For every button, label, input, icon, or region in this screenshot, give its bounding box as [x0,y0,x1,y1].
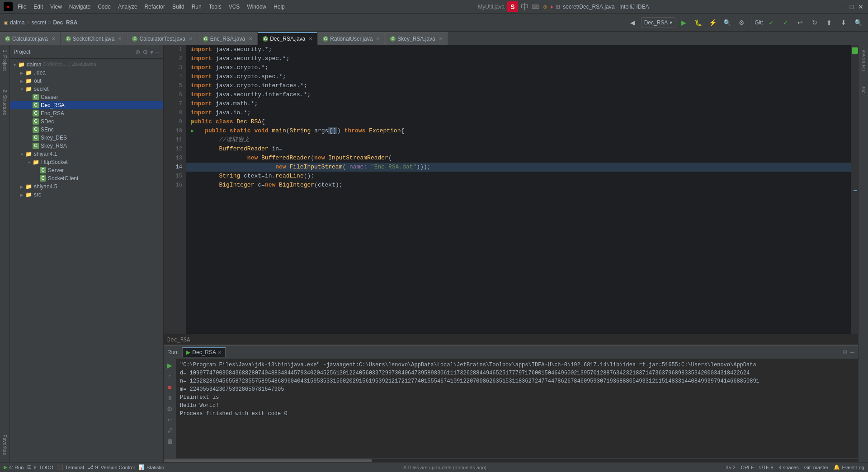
scroll-to-end-button[interactable]: ⚙ [166,404,174,413]
run-with-coverage-button[interactable]: ⚡ [706,16,719,29]
clear-output-button[interactable]: 🗑 [166,437,174,446]
menu-file[interactable]: File [14,2,29,11]
git-checkmark2[interactable]: ✓ [779,16,792,29]
status-todo-section[interactable]: ☑ 6: TODO [27,464,53,470]
tab-close-socketclient[interactable]: ✕ [118,36,122,41]
status-vc-section[interactable]: ⎇ 9: Version Control [88,464,135,470]
tree-caeser[interactable]: C Caeser [10,93,163,101]
tree-dec-rsa[interactable]: C Dec_RSA [10,101,163,109]
tree-idea[interactable]: ▶ 📁 .idea [10,69,163,77]
run-tab-close[interactable]: ✕ [218,350,222,355]
run-config-dropdown[interactable]: Dec_RSA ▾ [641,17,676,28]
tree-httpsocket[interactable]: ▾ 📁 HttpSocket [10,158,163,166]
project-panel-sync[interactable]: ⊕ [135,48,141,56]
keyboard-icon: ⊞ [556,4,560,10]
status-terminal-section[interactable]: ⬛ Terminal [57,464,84,470]
menu-build[interactable]: Build [169,2,188,11]
tree-skey-rsa[interactable]: C Skey_RSA [10,142,163,150]
tree-senc[interactable]: C SEnc [10,126,163,134]
menu-run[interactable]: Run [189,2,205,11]
sidebar-item-ant[interactable]: Ant [860,83,867,96]
project-panel-close[interactable]: ─ [155,48,160,56]
sidebar-item-project[interactable]: 1: Project [1,47,9,73]
tree-out[interactable]: ▶ 📁 out [10,77,163,85]
status-statistic-section[interactable]: 📊 Statistic [138,464,164,470]
tab-dec-rsa[interactable]: C Dec_RSA.java ✕ [258,32,317,45]
tree-shiyan45[interactable]: ▶ 📁 shiyan4.5 [10,182,163,191]
tab-close-dec-rsa[interactable]: ✕ [309,36,312,41]
menu-help[interactable]: Help [270,2,288,11]
status-spaces[interactable]: 4 spaces [779,465,799,470]
print-button[interactable]: 🖨 [166,426,174,435]
tab-calculator[interactable]: C Calculator.java ✕ [0,32,60,45]
status-event-log[interactable]: 🔔 Event Log [834,464,864,470]
tree-secret[interactable]: ▾ 📁 secret [10,85,163,93]
breadcrumb-secret[interactable]: secret [32,19,47,26]
tab-socketclient[interactable]: C SocketClient.java ✕ [61,32,127,45]
find-button[interactable]: 🔍 [721,16,733,29]
menu-navigate[interactable]: Navigate [66,2,94,11]
run-gutter-icon-9[interactable]: ▶ [191,117,194,126]
tab-skey-rsa[interactable]: C Skey_RSA.java ✕ [385,32,447,45]
close-button[interactable]: ✕ [857,3,864,10]
breadcrumb-daima[interactable]: daima [10,19,25,26]
maximize-button[interactable]: □ [848,3,855,10]
sidebar-item-database[interactable]: Database [860,47,867,74]
tree-src[interactable]: ▶ 📁 src [10,191,163,199]
tree-shiyan41[interactable]: ▾ 📁 shiyan4.1 [10,150,163,158]
tab-enc-rsa[interactable]: C Enc_RSA.java ✕ [198,32,257,45]
status-run-section[interactable]: ▶ 4: Run [4,464,24,470]
pause-button[interactable]: ⏸ [166,393,174,402]
debug-button[interactable]: 🐛 [692,16,704,29]
git-rollback[interactable]: ↩ [794,16,807,29]
tree-sdec[interactable]: C SDec [10,117,163,126]
menu-window[interactable]: Window [244,2,269,11]
status-encoding[interactable]: UTF-8 [759,465,773,470]
git-checkmark1[interactable]: ✓ [765,16,778,29]
stop-button[interactable]: ■ [167,383,172,392]
tree-server[interactable]: C Server [10,166,163,174]
menu-code[interactable]: Code [94,2,114,11]
minimize-button[interactable]: ─ [839,3,846,10]
soft-wrap-button[interactable]: ↵ [166,415,174,424]
menu-vcs[interactable]: VCS [226,2,243,11]
menu-refactor[interactable]: Refactor [142,2,168,11]
menu-edit[interactable]: Edit [30,2,46,11]
tab-rationaluser[interactable]: C RationalUser.java ✕ [318,32,385,45]
tree-skey-des[interactable]: C Skey_DES [10,134,163,142]
back-button[interactable]: ◀ [627,16,639,29]
run-gutter-icon-10[interactable]: ▶ [191,126,194,136]
run-button[interactable]: ▶ [677,16,690,29]
code-editor[interactable]: import java.security.*; import java.secu… [186,45,851,334]
menu-tools[interactable]: Tools [206,2,225,11]
git-push[interactable]: ⬆ [823,16,835,29]
tab-calculatortest[interactable]: C CalculatorTest.java ✕ [127,32,197,45]
status-crlf[interactable]: CRLF [741,465,754,470]
project-panel-collapse[interactable]: ▾ [150,48,153,56]
rerun-up-button[interactable]: ↑ [167,372,172,381]
settings-gear-icon[interactable]: ⚙ [842,349,848,356]
sidebar-item-structure[interactable]: 2: Structure [1,87,9,118]
sidebar-item-favorites[interactable]: Favorites [1,432,9,458]
run-scrollbar[interactable] [164,458,858,462]
project-panel-settings[interactable]: ⚙ [142,48,148,56]
minimize-panel-icon[interactable]: ─ [850,349,854,356]
tab-close-enc-rsa[interactable]: ✕ [249,36,252,41]
tab-close-calculator[interactable]: ✕ [52,36,55,41]
tree-socketclient[interactable]: C SocketClient [10,174,163,182]
git-refresh[interactable]: ↻ [808,16,821,29]
status-position[interactable]: 35:2 [726,465,735,470]
menu-view[interactable]: View [47,2,65,11]
run-tab-dec-rsa[interactable]: ▶ Dec_RSA ✕ [182,347,226,357]
menu-analyze[interactable]: Analyze [115,2,141,11]
tab-close-skey-rsa[interactable]: ✕ [439,36,443,41]
tab-close-rationaluser[interactable]: ✕ [376,36,380,41]
tree-enc-rsa[interactable]: C Enc_RSA [10,109,163,117]
git-pull[interactable]: ⬇ [837,16,850,29]
search-everywhere[interactable]: 🔍 [852,16,864,29]
status-git-branch[interactable]: Git: master [804,465,829,470]
run-again-button[interactable]: ▶ [166,361,173,370]
tab-close-calculatortest[interactable]: ✕ [189,36,193,41]
tree-root[interactable]: ▾ 📁 daima D:\我的大二上\Java\daima [10,61,163,69]
settings-button[interactable]: ⚙ [735,16,748,29]
